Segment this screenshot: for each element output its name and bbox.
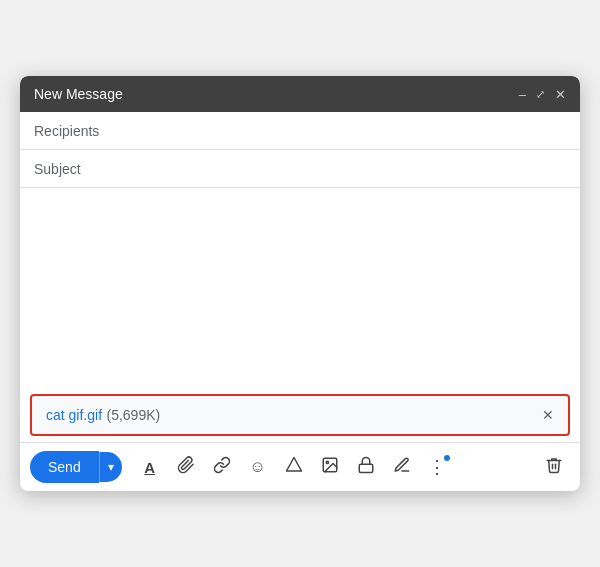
pen-icon bbox=[393, 456, 411, 478]
subject-input[interactable] bbox=[34, 161, 566, 177]
send-button[interactable]: Send bbox=[30, 451, 99, 483]
svg-rect-3 bbox=[359, 464, 373, 472]
maximize-icon[interactable]: ⤢ bbox=[536, 89, 545, 100]
subject-field[interactable] bbox=[20, 150, 580, 188]
image-icon bbox=[321, 456, 339, 478]
attachment-filename: cat gif.gif bbox=[46, 407, 102, 423]
emoji-icon: ☺ bbox=[250, 458, 266, 476]
attach-file-button[interactable] bbox=[170, 451, 202, 483]
attachment-info: cat gif.gif (5,699K) bbox=[46, 406, 160, 424]
confidential-button[interactable] bbox=[350, 451, 382, 483]
attachment-size: (5,699K) bbox=[106, 407, 160, 423]
lock-icon bbox=[357, 456, 375, 478]
delete-icon bbox=[545, 456, 563, 478]
send-button-group: Send ▾ bbox=[30, 451, 122, 483]
drive-icon bbox=[285, 456, 303, 478]
minimize-icon[interactable]: – bbox=[519, 88, 526, 101]
close-icon[interactable]: ✕ bbox=[555, 88, 566, 101]
svg-marker-0 bbox=[286, 458, 301, 472]
compose-toolbar: Send ▾ A bbox=[20, 442, 580, 491]
compose-body[interactable] bbox=[20, 188, 580, 388]
recipients-field[interactable] bbox=[20, 112, 580, 150]
attachment-area: cat gif.gif (5,699K) ✕ bbox=[30, 394, 570, 436]
more-options-button[interactable]: ⋮ bbox=[422, 451, 454, 483]
send-dropdown-button[interactable]: ▾ bbox=[99, 452, 122, 482]
emoji-button[interactable]: ☺ bbox=[242, 451, 274, 483]
insert-link-button[interactable] bbox=[206, 451, 238, 483]
signature-button[interactable] bbox=[386, 451, 418, 483]
chevron-down-icon: ▾ bbox=[108, 460, 114, 474]
format-text-icon: A bbox=[144, 459, 155, 476]
drive-button[interactable] bbox=[278, 451, 310, 483]
notification-dot bbox=[444, 455, 450, 461]
compose-title: New Message bbox=[34, 86, 123, 102]
attachment-close-button[interactable]: ✕ bbox=[542, 408, 554, 422]
compose-header: New Message – ⤢ ✕ bbox=[20, 76, 580, 112]
format-text-button[interactable]: A bbox=[134, 451, 166, 483]
insert-image-button[interactable] bbox=[314, 451, 346, 483]
link-icon bbox=[213, 456, 231, 478]
svg-point-2 bbox=[326, 461, 328, 463]
delete-button[interactable] bbox=[538, 451, 570, 483]
compose-window: New Message – ⤢ ✕ cat gif.gif (5,699K) ✕… bbox=[20, 76, 580, 491]
header-actions: – ⤢ ✕ bbox=[519, 88, 566, 101]
attach-icon bbox=[177, 456, 195, 478]
recipients-input[interactable] bbox=[34, 123, 566, 139]
